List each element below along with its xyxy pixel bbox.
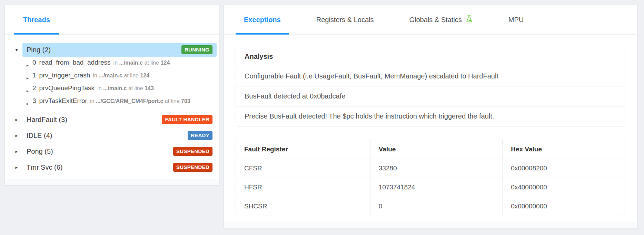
frame-location: in .../main.c at line 124: [113, 60, 170, 66]
register-hex-value: 0x00000000: [503, 197, 625, 216]
frame-index: 2: [32, 84, 36, 92]
analysis-box: Analysis Configurable Fault (i.e UsageFa…: [236, 47, 625, 126]
tab-threads[interactable]: Threads: [14, 5, 59, 34]
thread-name: IDLE (4): [27, 132, 52, 140]
analysis-row: Configurable Fault (i.e UsageFault, BusF…: [236, 66, 625, 86]
col-header-value: Value: [370, 140, 503, 159]
analysis-row: BusFault detected at 0x0badcafe: [236, 86, 625, 106]
caret-right-icon[interactable]: ▸: [26, 76, 30, 81]
flask-icon: [465, 15, 473, 25]
tab-globals-statics[interactable]: Globals & Statics: [401, 5, 481, 34]
details-panel: Exceptions Registers & Locals Globals & …: [224, 5, 637, 229]
thread-label-hardfault[interactable]: HardFault (3) FAULT HANDLER: [22, 113, 217, 126]
frame-row[interactable]: ▸ 1 prv_trigger_crash in .../main.c at l…: [5, 72, 219, 84]
tab-registers-locals-label: Registers & Locals: [316, 16, 374, 24]
panel-footer: [5, 179, 219, 185]
status-badge-suspended: SUSPENDED: [173, 163, 212, 172]
register-name: SHCSR: [236, 197, 370, 216]
thread-name: HardFault (3): [27, 116, 67, 124]
frame-line: 124: [140, 73, 149, 78]
frame-row[interactable]: ▸ 2 prvQueuePingTask in .../main.c at li…: [5, 84, 219, 97]
table-row-shcsr: SHCSR 0 0x00000000: [236, 197, 625, 216]
thread-row-idle[interactable]: ▸ IDLE (4) READY: [5, 129, 219, 142]
frame-index: 1: [32, 72, 36, 79]
thread-name: Tmr Svc (6): [27, 163, 62, 171]
frame-file: .../main.c: [99, 73, 122, 78]
tab-exceptions[interactable]: Exceptions: [236, 5, 289, 34]
frame-file: .../main.c: [103, 85, 127, 91]
frame-file: .../main.c: [119, 60, 143, 66]
caret-right-icon[interactable]: ▸: [14, 133, 19, 138]
register-name: HFSR: [236, 178, 370, 197]
caret-right-icon[interactable]: ▸: [26, 63, 30, 68]
caret-right-icon[interactable]: ▸: [26, 101, 30, 106]
table-header-row: Fault Register Value Hex Value: [236, 140, 625, 159]
register-name: CFSR: [236, 159, 370, 178]
stack-frames: ▸ 0 read_from_bad_address in .../main.c …: [5, 59, 219, 110]
register-value: 0: [370, 197, 503, 216]
thread-name: Ping (2): [27, 46, 51, 54]
tab-registers-locals[interactable]: Registers & Locals: [308, 5, 382, 34]
thread-tree: ▾ Ping (2) RUNNING ▸ 0 read_from_bad_add…: [5, 35, 219, 179]
thread-name: Pong (5): [27, 148, 53, 156]
details-tabbar: Exceptions Registers & Locals Globals & …: [224, 5, 637, 35]
caret-right-icon[interactable]: ▸: [14, 149, 19, 154]
status-badge-running: RUNNING: [181, 45, 212, 55]
thread-row-hardfault[interactable]: ▸ HardFault (3) FAULT HANDLER: [5, 113, 219, 126]
analysis-row: Precise BusFault detected! The $pc holds…: [236, 106, 625, 126]
frame-location: in .../GCC/ARM_CM4F/port.c at line 703: [90, 98, 190, 104]
analysis-title: Analysis: [236, 47, 625, 66]
fault-register-table: Fault Register Value Hex Value CFSR 3328…: [236, 140, 625, 216]
frame-function: prvQueuePingTask: [39, 84, 95, 92]
frame-function: prvTaskExitError: [39, 97, 87, 105]
tab-mpu-label: MPU: [508, 16, 524, 24]
caret-right-icon[interactable]: ▸: [14, 164, 19, 170]
tab-mpu[interactable]: MPU: [500, 5, 532, 34]
thread-label-ping[interactable]: Ping (2) RUNNING: [22, 43, 217, 57]
caret-down-icon[interactable]: ▾: [14, 47, 19, 53]
frame-location: in .../main.c at line 143: [97, 85, 154, 92]
frame-row[interactable]: ▸ 3 prvTaskExitError in .../GCC/ARM_CM4F…: [5, 97, 219, 110]
status-badge-suspended: SUSPENDED: [173, 147, 212, 156]
col-header-hex-value: Hex Value: [503, 140, 625, 159]
frame-row[interactable]: ▸ 0 read_from_bad_address in .../main.c …: [5, 59, 219, 72]
thread-label-tmr-svc[interactable]: Tmr Svc (6) SUSPENDED: [22, 160, 217, 174]
tab-globals-statics-label: Globals & Statics: [409, 16, 462, 24]
thread-row-ping[interactable]: ▾ Ping (2) RUNNING: [5, 43, 219, 57]
table-row-hfsr: HFSR 1073741824 0x40000000: [236, 178, 625, 197]
caret-right-icon[interactable]: ▸: [14, 117, 19, 122]
frame-line: 124: [161, 60, 170, 66]
frame-index: 0: [32, 59, 36, 66]
register-value: 1073741824: [370, 178, 503, 197]
register-value: 33280: [370, 159, 503, 178]
register-hex-value: 0x40000000: [503, 178, 625, 197]
frame-index: 3: [32, 97, 36, 105]
thread-row-tmr-svc[interactable]: ▸ Tmr Svc (6) SUSPENDED: [5, 160, 219, 174]
frame-function: read_from_bad_address: [39, 59, 111, 66]
status-badge-fault-handler: FAULT HANDLER: [162, 115, 212, 124]
tab-threads-label: Threads: [23, 16, 50, 24]
panel-footer: [224, 223, 637, 228]
frame-line: 703: [181, 98, 190, 104]
frame-line: 143: [145, 85, 154, 91]
thread-label-idle[interactable]: IDLE (4) READY: [22, 129, 217, 142]
frame-location: in .../main.c at line 124: [93, 73, 149, 79]
thread-row-pong[interactable]: ▸ Pong (5) SUSPENDED: [5, 144, 219, 158]
status-badge-ready: READY: [188, 131, 212, 140]
frame-function: prv_trigger_crash: [39, 72, 90, 79]
frame-file: .../GCC/ARM_CM4F/port.c: [96, 98, 164, 104]
caret-right-icon[interactable]: ▸: [26, 88, 30, 93]
threads-tabbar: Threads: [5, 5, 219, 35]
table-row-cfsr: CFSR 33280 0x00008200: [236, 159, 625, 178]
tab-exceptions-label: Exceptions: [244, 16, 281, 24]
exceptions-content: Analysis Configurable Fault (i.e UsageFa…: [224, 35, 637, 223]
register-hex-value: 0x00008200: [503, 159, 625, 178]
threads-panel: Threads ▾ Ping (2) RUNNING ▸ 0 read_from…: [4, 5, 219, 185]
col-header-fault-register: Fault Register: [236, 140, 370, 159]
thread-label-pong[interactable]: Pong (5) SUSPENDED: [22, 144, 217, 158]
